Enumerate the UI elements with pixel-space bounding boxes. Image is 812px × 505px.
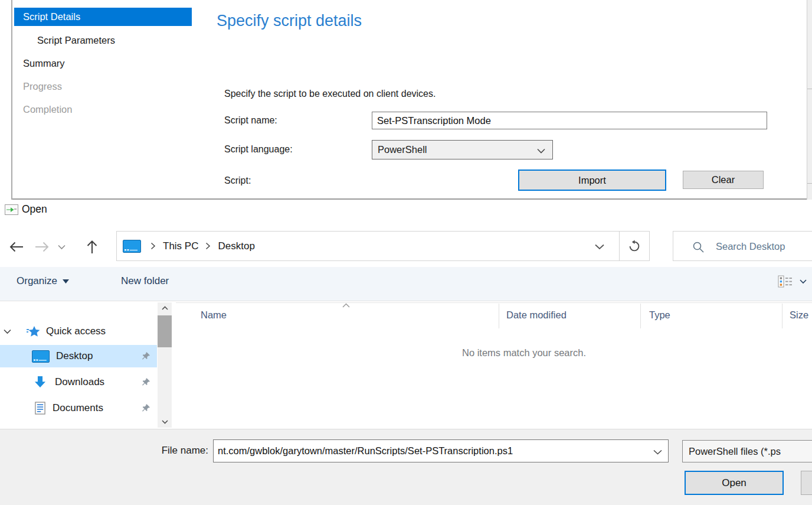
refresh-icon [628,240,641,253]
desktop-icon [32,350,50,363]
create-script-wizard: Script Details Script Parameters Summary… [0,0,812,200]
header-top-line [176,302,812,303]
page-title: Specify script details [217,12,362,30]
back-icon [9,242,24,252]
column-separator[interactable] [499,304,499,328]
documents-icon [35,402,45,415]
column-separator[interactable] [782,304,782,328]
wizard-description: Specify the script to be executed on cli… [224,89,436,99]
wizard-window-edge [807,0,812,200]
script-language-label: Script language: [224,144,293,155]
sidebar-item-documents[interactable]: Documents [0,397,157,419]
wizard-nav-label: Progress [23,81,62,92]
sidebar-item-quick-access[interactable]: Quick access [0,321,157,341]
pin-icon[interactable] [142,351,150,360]
chevron-down-icon [595,244,604,250]
sidebar-item-downloads[interactable]: Downloads [0,371,157,393]
script-label: Script: [224,175,251,186]
search-box [673,231,812,261]
address-dropdown-button[interactable] [595,244,604,250]
dropdown-caret-icon [63,279,69,284]
wizard-nav-label: Script Details [23,11,80,22]
desktop-location-icon [123,240,141,253]
downloads-icon [33,375,47,390]
wizard-nav-summary[interactable]: Summary [14,54,192,73]
column-header-name[interactable]: Name [201,309,227,321]
dialog-footer: File name: PowerShell files (*.ps Open [0,429,812,505]
script-name-label: Script name: [224,115,277,126]
open-file-dialog: Open [0,201,812,505]
forward-icon [34,242,50,252]
search-input[interactable] [715,232,812,262]
script-language-value: PowerShell [378,144,427,155]
new-folder-button[interactable]: New folder [121,275,169,287]
wizard-nav-script-details[interactable]: Script Details [14,8,192,26]
column-separator[interactable] [640,304,641,328]
wizard-nav-completion: Completion [14,100,192,119]
file-list-area: Name Date modified Type Size No items ma… [0,301,812,429]
breadcrumb-desktop[interactable]: Desktop [218,240,254,252]
sidebar-scrollbar[interactable] [158,302,172,428]
column-header-size[interactable]: Size [790,309,808,321]
wizard-nav-progress: Progress [14,77,192,96]
breadcrumb-this-pc[interactable]: This PC [163,240,198,252]
wizard-nav-script-parameters[interactable]: Script Parameters [14,31,192,50]
address-divider [619,232,620,260]
clear-button[interactable]: Clear [683,171,764,189]
open-button[interactable]: Open [685,471,784,495]
chevron-down-icon [58,245,66,250]
wizard-nav-label: Script Parameters [37,35,115,45]
sidebar-item-label: Desktop [56,350,93,362]
chevron-down-icon [537,148,545,154]
chevron-down-icon [162,420,168,424]
up-icon [87,240,97,254]
background-window-edge [0,0,12,200]
file-type-select[interactable]: PowerShell files (*.ps [682,440,812,462]
sort-ascending-icon [342,303,350,308]
script-language-select[interactable]: PowerShell [372,140,553,159]
chevron-up-icon [162,306,168,310]
command-bar: Organize New folder [0,267,812,301]
chevron-down-icon[interactable] [653,449,662,455]
pin-icon[interactable] [142,403,150,412]
sidebar-item-label: Downloads [55,376,104,388]
scrollbar-thumb[interactable] [158,315,172,347]
column-header-type[interactable]: Type [649,309,670,321]
search-icon [692,241,705,253]
sidebar-item-label: Quick access [46,325,106,337]
file-type-value: PowerShell files (*.ps [689,446,781,457]
quick-access-icon [27,325,41,338]
organize-label: Organize [17,275,57,287]
empty-folder-message: No items match your search. [462,347,586,359]
column-header-date-modified[interactable]: Date modified [506,309,567,321]
chevron-down-icon [800,279,807,284]
back-button[interactable] [9,242,24,252]
file-name-input[interactable] [214,440,653,462]
expander-chevron-icon[interactable] [4,329,11,334]
pin-icon[interactable] [142,377,150,386]
wizard-nav-label: Summary [23,58,65,69]
cancel-button-partial[interactable] [801,471,812,495]
forward-button[interactable] [34,242,50,252]
sidebar-item-label: Documents [53,402,103,414]
screen: Script Details Script Parameters Summary… [0,0,812,505]
address-bar[interactable]: This PC Desktop [116,231,650,261]
dialog-title: Open [22,203,47,216]
breadcrumb-separator-icon [205,242,211,250]
wizard-nav-label: Completion [23,104,72,115]
views-icon [778,275,793,288]
script-name-input[interactable] [372,112,767,129]
organize-button[interactable]: Organize [17,275,69,287]
views-button[interactable] [778,275,807,288]
refresh-button[interactable] [628,240,641,253]
open-dialog-icon [5,204,18,215]
file-name-combobox [213,439,669,462]
scroll-up-button[interactable] [158,302,172,314]
breadcrumb-separator-icon [150,242,156,250]
file-name-label: File name: [142,445,208,457]
up-button[interactable] [87,240,97,254]
scroll-down-button[interactable] [158,416,172,428]
import-button[interactable]: Import [518,170,666,191]
recent-locations-button[interactable] [58,245,66,250]
sidebar-item-desktop[interactable]: Desktop [0,345,157,367]
